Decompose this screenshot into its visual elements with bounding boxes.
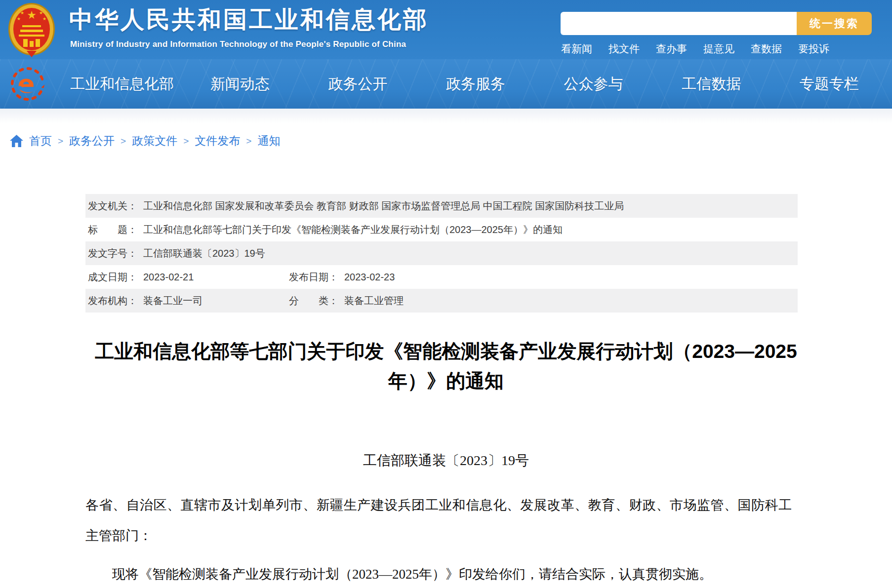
meta-cell-publishing-org: 发布机构： 装备工业一司 — [88, 294, 289, 308]
breadcrumb-separator: > — [183, 136, 189, 147]
document-meta-table: 发文机关： 工业和信息化部 国家发展和改革委员会 教育部 财政部 国家市场监督管… — [85, 194, 798, 313]
site-title: 中华人民共和国工业和信息化部 — [69, 4, 429, 36]
nav-item-news[interactable]: 新闻动态 — [181, 59, 299, 109]
quick-links: 看新闻 找文件 查办事 提意见 查数据 要投诉 — [561, 42, 829, 56]
meta-value: 2023-02-21 — [143, 272, 194, 283]
breadcrumb-separator: > — [58, 136, 63, 147]
home-icon[interactable] — [10, 135, 23, 147]
site-subtitle: Ministry of Industry and Information Tec… — [70, 39, 406, 49]
breadcrumb: 首页 > 政务公开 > 政策文件 > 文件发布 > 通知 — [10, 133, 280, 149]
addressee-paragraph: 各省、自治区、直辖市及计划单列市、新疆生产建设兵团工业和信息化、发展改革、教育、… — [85, 490, 792, 551]
search-area: 统一搜索 — [561, 12, 872, 35]
breadcrumb-policy-documents[interactable]: 政策文件 — [132, 133, 177, 149]
quick-link-feedback[interactable]: 提意见 — [703, 42, 734, 56]
content-top-fade — [0, 109, 892, 123]
quick-link-services[interactable]: 查办事 — [656, 42, 687, 56]
meta-value: 工信部联通装〔2023〕19号 — [143, 247, 265, 260]
unified-search-button[interactable]: 统一搜索 — [797, 12, 872, 35]
svg-text:★: ★ — [39, 10, 43, 15]
breadcrumb-gov-affairs[interactable]: 政务公开 — [69, 133, 115, 149]
national-emblem-icon: ★ ★ ★ ★ ★ — [7, 2, 56, 59]
meta-row-title: 标 题： 工业和信息化部等七部门关于印发《智能检测装备产业发展行动计划（2023… — [85, 218, 798, 241]
svg-text:★: ★ — [20, 10, 24, 15]
meta-label: 发布机构： — [88, 294, 137, 308]
nav-item-miit[interactable]: 工业和信息化部 — [63, 59, 181, 109]
search-input[interactable] — [561, 12, 797, 35]
nav-item-public-participation[interactable]: 公众参与 — [534, 59, 652, 109]
breadcrumb-separator: > — [121, 136, 126, 147]
main-nav: e 工业和信息化部 新闻动态 政务公开 政务服务 公众参与 工信数据 专题专栏 — [0, 59, 892, 109]
quick-link-files[interactable]: 找文件 — [608, 42, 640, 56]
nav-item-gov-affairs[interactable]: 政务公开 — [299, 59, 417, 109]
meta-row-issuing-authority: 发文机关： 工业和信息化部 国家发展和改革委员会 教育部 财政部 国家市场监督管… — [85, 194, 798, 218]
svg-text:★: ★ — [42, 16, 46, 21]
svg-text:★: ★ — [17, 16, 21, 21]
meta-value: 装备工业管理 — [344, 294, 404, 308]
svg-text:★: ★ — [27, 9, 37, 21]
meta-cell-publish-date: 发布日期： 2023-02-23 — [289, 271, 395, 284]
miit-e-logo-icon: e — [10, 65, 48, 103]
meta-label: 发布日期： — [289, 271, 338, 284]
body-paragraph: 现将《智能检测装备产业发展行动计划（2023—2025年）》印发给你们，请结合实… — [85, 559, 792, 588]
content-area: 首页 > 政务公开 > 政策文件 > 文件发布 > 通知 发文机关： 工业和信息… — [0, 109, 892, 588]
meta-label: 发文字号： — [88, 247, 137, 260]
meta-row-publishing-org: 发布机构： 装备工业一司 分 类： 装备工业管理 — [85, 289, 798, 313]
meta-value: 工业和信息化部等七部门关于印发《智能检测装备产业发展行动计划（2023—2025… — [143, 223, 563, 236]
document-number: 工信部联通装〔2023〕19号 — [0, 451, 892, 470]
meta-value: 装备工业一司 — [143, 294, 203, 308]
nav-item-miit-data[interactable]: 工信数据 — [652, 59, 770, 109]
nav-items: 工业和信息化部 新闻动态 政务公开 政务服务 公众参与 工信数据 专题专栏 — [63, 59, 888, 109]
meta-label: 发文机关： — [88, 199, 137, 213]
quick-link-complaint[interactable]: 要投诉 — [798, 42, 829, 56]
meta-row-dates: 成文日期： 2023-02-21 发布日期： 2023-02-23 — [85, 265, 798, 289]
quick-link-data[interactable]: 查数据 — [751, 42, 782, 56]
breadcrumb-document-release[interactable]: 文件发布 — [195, 133, 240, 149]
nav-item-special-topics[interactable]: 专题专栏 — [770, 59, 888, 109]
meta-cell-written-date: 成文日期： 2023-02-21 — [88, 271, 289, 284]
breadcrumb-notice[interactable]: 通知 — [257, 133, 280, 149]
svg-text:e: e — [18, 69, 35, 99]
meta-value: 工业和信息化部 国家发展和改革委员会 教育部 财政部 国家市场监督管理总局 中国… — [143, 199, 624, 213]
national-emblem-logo: ★ ★ ★ ★ ★ — [7, 2, 56, 59]
meta-value: 2023-02-23 — [344, 272, 395, 283]
meta-row-document-number: 发文字号： 工信部联通装〔2023〕19号 — [85, 241, 798, 265]
meta-label: 标 题： — [88, 223, 137, 236]
document-title: 工业和信息化部等七部门关于印发《智能检测装备产业发展行动计划（2023—2025… — [92, 337, 800, 396]
quick-link-news[interactable]: 看新闻 — [561, 42, 592, 56]
breadcrumb-separator: > — [246, 136, 251, 147]
meta-label: 分 类： — [289, 294, 338, 308]
meta-label: 成文日期： — [88, 271, 137, 284]
site-header: ★ ★ ★ ★ ★ 中华人民共和国工业和信息化部 Ministry of Ind… — [0, 0, 892, 59]
nav-item-gov-services[interactable]: 政务服务 — [417, 59, 535, 109]
meta-cell-category: 分 类： 装备工业管理 — [289, 294, 404, 308]
breadcrumb-home[interactable]: 首页 — [29, 133, 52, 149]
